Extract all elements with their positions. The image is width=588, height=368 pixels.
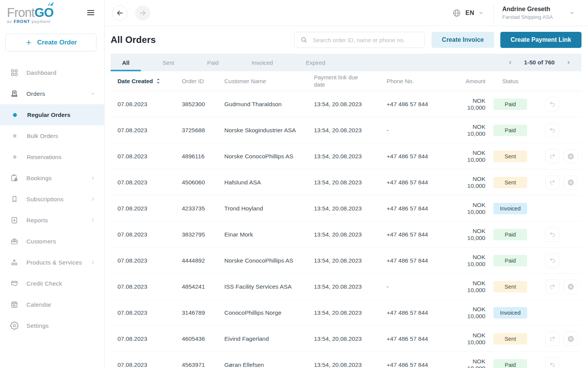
frontgo-logo: Front GO av FRONT payment xyxy=(7,5,53,24)
redo-button[interactable] xyxy=(545,149,560,164)
sidebar-item-settings[interactable]: Settings xyxy=(0,315,104,336)
undo-button[interactable] xyxy=(545,227,560,242)
next-page-button[interactable] xyxy=(564,58,573,67)
sidebar-item-calendar[interactable]: Calendar xyxy=(0,294,104,315)
status-badge: Paid xyxy=(493,99,527,110)
redo-button[interactable] xyxy=(545,175,560,190)
table-row[interactable]: 07.08.20233832795Einar Mork13:54, 20.08.… xyxy=(111,222,581,248)
plus-icon xyxy=(25,39,33,46)
status-badge: Paid xyxy=(493,125,527,136)
order-id-cell: 3852300 xyxy=(182,101,224,108)
chevron-down-icon xyxy=(570,10,575,15)
create-payment-link-button[interactable]: Create Payment Link xyxy=(500,32,581,48)
pagination-label: 1-50 of 760 xyxy=(524,59,555,66)
row-actions xyxy=(535,358,581,368)
sidebar-item-label: Bookings xyxy=(26,175,82,182)
language-selector[interactable]: EN xyxy=(452,8,483,18)
sidebar: Front GO av FRONT payment Create Order D… xyxy=(0,0,105,368)
table-row[interactable]: 07.08.20233852300Gudmund Tharaldson13:54… xyxy=(111,91,581,117)
create-order-button[interactable]: Create Order xyxy=(5,34,96,51)
due-date-cell: 13:54, 20.08.2023 xyxy=(314,309,387,316)
tab-all[interactable]: All xyxy=(111,54,141,71)
create-invoice-button[interactable]: Create Invoice xyxy=(431,32,494,48)
due-date-cell: 13:54, 20.08.2023 xyxy=(314,257,387,264)
table-row[interactable]: 07.08.20234896116Norske ConocoPhillips A… xyxy=(111,143,581,169)
sidebar-item-dashboard[interactable]: Dashboard xyxy=(0,62,104,83)
sidebar-item-regular-orders[interactable]: Regular Orders xyxy=(0,104,104,125)
sidebar-nav: DashboardOrdersRegular OrdersBulk Orders… xyxy=(0,53,104,336)
status-cell: Paid xyxy=(485,99,535,110)
undo-icon xyxy=(548,230,557,239)
redo-button[interactable] xyxy=(545,279,560,294)
customer-name-cell: Eivind Fagerland xyxy=(224,335,314,342)
due-date-cell: 13:54, 20.08.2023 xyxy=(314,231,387,238)
phone-cell: +47 486 57 844 xyxy=(387,231,456,238)
sidebar-item-label: Credit Check xyxy=(26,280,96,287)
sidebar-item-bulk-orders[interactable]: Bulk Orders xyxy=(0,125,104,146)
table-row[interactable]: 07.08.20234444892Norske ConocoPhillips A… xyxy=(111,248,581,274)
order-id-cell: 3725688 xyxy=(182,127,224,134)
sidebar-item-label: Regular Orders xyxy=(27,112,70,118)
sidebar-item-credit-check[interactable]: Credit Check xyxy=(0,273,104,294)
table-row[interactable]: 07.08.20234233735Trond Hoyland13:54, 20.… xyxy=(111,196,581,222)
tab-expired[interactable]: Expired xyxy=(294,54,337,71)
calendar-icon xyxy=(10,300,19,309)
undo-button[interactable] xyxy=(545,253,560,268)
cancel-button[interactable] xyxy=(564,332,578,346)
table-row[interactable]: 07.08.20233146789ConocoPhillips Norge13:… xyxy=(111,300,581,326)
orders-page: All Orders Create Invoice Create Payment… xyxy=(105,26,588,368)
table-row[interactable]: 07.08.20233725688Norske Skogindustrier A… xyxy=(111,117,581,143)
chevron-right-icon xyxy=(90,217,96,223)
sidebar-item-customers[interactable]: Customers xyxy=(0,231,104,252)
status-cell: Sent xyxy=(485,177,535,188)
customer-name-cell: Gudmund Tharaldson xyxy=(224,101,314,108)
logo-tagline-front: FRONT xyxy=(14,19,30,24)
status-badge: Paid xyxy=(493,255,527,266)
undo-button[interactable] xyxy=(545,123,560,138)
column-date-created[interactable]: Date Created xyxy=(118,78,182,84)
status-cell: Sent xyxy=(485,151,535,162)
redo-icon xyxy=(548,283,557,291)
cancel-button[interactable] xyxy=(564,279,578,294)
reports-icon xyxy=(10,216,19,225)
order-id-cell: 4605436 xyxy=(182,335,224,342)
user-company: Farstad Shipping ASA xyxy=(502,14,553,20)
table-row[interactable]: 07.08.20234605436Eivind Fagerland13:54, … xyxy=(111,326,581,352)
search-icon xyxy=(300,36,308,44)
row-actions xyxy=(535,97,581,112)
back-button[interactable] xyxy=(112,5,127,21)
forward-button[interactable] xyxy=(135,5,150,21)
order-id-cell: 4233735 xyxy=(182,205,224,212)
sidebar-item-orders[interactable]: Orders xyxy=(0,83,104,104)
table-row[interactable]: 07.08.20234563971Gøran Ellefsen13:54, 20… xyxy=(111,352,581,368)
redo-button[interactable] xyxy=(545,332,560,346)
tab-invoiced[interactable]: Invoiced xyxy=(240,54,284,71)
status-cell: Paid xyxy=(485,125,535,136)
menu-toggle-button[interactable] xyxy=(86,5,96,20)
redo-icon xyxy=(548,178,557,187)
undo-button[interactable] xyxy=(545,97,560,112)
cancel-button[interactable] xyxy=(564,175,578,190)
search-input[interactable] xyxy=(312,36,419,44)
tab-paid[interactable]: Paid xyxy=(196,54,230,71)
sidebar-item-products-services[interactable]: Products & Services xyxy=(0,252,104,273)
row-actions xyxy=(535,175,581,190)
tab-sent[interactable]: Sent xyxy=(151,54,186,71)
undo-button[interactable] xyxy=(545,358,560,368)
sidebar-item-subscriptions[interactable]: Subscriptions xyxy=(0,189,104,210)
date-created-cell: 07.08.2023 xyxy=(118,153,182,160)
sidebar-item-reservations[interactable]: Reservations xyxy=(0,146,104,168)
sidebar-item-bookings[interactable]: Bookings xyxy=(0,168,104,189)
status-tabs: AllSentPaidInvoicedExpired xyxy=(111,54,347,71)
user-menu[interactable]: Andrine Greseth Farstad Shipping ASA xyxy=(502,6,579,20)
due-date-cell: 13:54, 20.08.2023 xyxy=(314,361,387,368)
sidebar-item-reports[interactable]: Reports xyxy=(0,210,104,231)
table-row[interactable]: 07.08.20234506060Hafslund ASA13:54, 20.0… xyxy=(111,169,581,196)
table-row[interactable]: 07.08.20234854241ISS Facility Services A… xyxy=(111,274,581,300)
cancel-button[interactable] xyxy=(564,149,578,164)
sidebar-item-label: Reservations xyxy=(27,154,61,161)
logo-text-go: GO xyxy=(34,5,53,20)
chevron-down-icon xyxy=(479,10,483,15)
customer-name-cell: Norske ConocoPhillips AS xyxy=(224,257,314,264)
prev-page-button[interactable] xyxy=(506,58,515,67)
